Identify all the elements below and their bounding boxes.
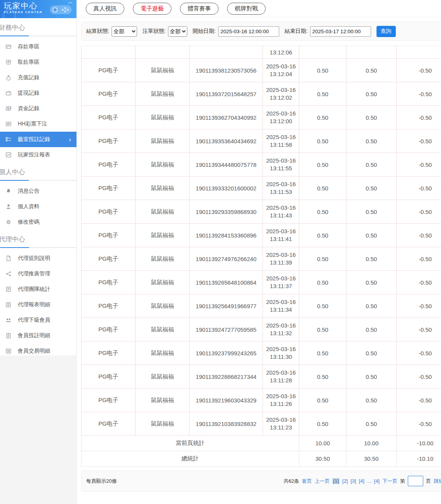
pagination-page[interactable]: [1] [332,478,339,484]
sidebar-footer-area [0,356,77,504]
provider-cell: PG电子 [81,153,136,176]
sidebar-item-withdraw[interactable]: 取款專區 [0,54,76,70]
sidebar-item-team-stats[interactable]: 代理團隊統計 [0,282,76,297]
sidebar-item-document[interactable]: 代理規則說明 [0,251,76,266]
tab-2[interactable]: 電子遊藝 [133,3,171,15]
sidebar-item-gear[interactable]: 修改密碼 [0,214,76,230]
pagination-page[interactable]: ... [367,478,371,484]
order-id-cell: 1901139210383928832 [190,412,263,436]
start-date-input[interactable] [218,26,279,37]
table-row: PG电子鼠鼠福福19011392196030433292025-03-1613:… [81,389,441,412]
valid-bet-cell: 0.50 [346,294,397,318]
valid-bet-cell: 0.50 [346,365,397,389]
bet-time-cell: 2025-03-1613:12:00 [263,106,299,129]
tab-1[interactable]: 真人視訊 [86,3,124,15]
sidebar-item-label: 代理報表明細 [18,301,50,308]
sidebar-item-deposit[interactable]: 存款專區 [0,39,76,54]
table-row-partial: 13:12:06 [81,46,441,59]
win-loss-cell: -0.50 [397,129,441,153]
game-name-cell: 鼠鼠福福 [136,412,190,436]
search-button[interactable]: 查詢 [377,26,396,37]
table-row: PG电子鼠鼠福福19011392379992432652025-03-1613:… [81,341,441,365]
member-bet-detail-icon [5,333,12,339]
sidebar-item-share[interactable]: 代理推廣管理 [0,266,76,282]
sidebar-item-report-detail[interactable]: 代理報表明細 [0,297,76,312]
sidebar-item-withdrawal-record[interactable]: 提現記錄 [0,85,76,101]
summary-bet-cell: 30.50 [299,451,346,467]
bet-amount-cell: 0.50 [299,389,346,412]
game-name-cell: 鼠鼠福福 [136,59,190,82]
sidebar-item-user[interactable]: 個人資料 [0,199,76,214]
sidebar-item-members[interactable]: 代理下級會員 [0,312,76,328]
tab-4[interactable]: 棋牌對戰 [227,3,266,15]
table-row: PG电子鼠鼠福福19011392564919669772025-03-1613:… [81,294,441,318]
gamepad-icon [49,1,74,16]
order-status-label: 注單狀態: [142,28,166,35]
pagination-first[interactable]: 首页 [302,478,312,485]
pagination-page[interactable]: [3] [351,478,356,484]
pagination-bar: 每頁顯示20條 共62条首页上一页[1][2][3][4]...[4]下一页第页… [81,470,441,492]
bet-amount-cell: 0.50 [299,59,346,82]
order-id-cell: 1901139228868217344 [190,365,263,389]
summary-win-loss-cell: -10.00 [397,436,441,451]
order-id-cell: 1901139362704340992 [190,106,263,129]
summary-label-cell: 總統計 [81,451,299,467]
gear-icon [5,219,12,225]
sidebar-item-label: 代理推廣管理 [18,270,50,277]
bet-time-cell: 2025-03-1613:11:30 [263,341,299,365]
game-name-cell: 鼠鼠福福 [136,247,190,271]
table-row: PG电子鼠鼠福福19011392103839288322025-03-1613:… [81,412,441,436]
bet-amount-cell: 0.50 [299,365,346,389]
jump-suffix-label: 页 [426,478,431,485]
section-underline [0,247,76,248]
sidebar-item-player-bet-report[interactable]: 玩家投注報表 [0,147,76,163]
valid-bet-cell: 0.50 [346,389,397,412]
table-row: PG电子鼠鼠福福19011392841533608962025-03-1613:… [81,224,441,247]
order-id-cell: 1901139284153360896 [190,224,263,247]
order-id-cell: 1901139353640434692 [190,129,263,153]
pagination-page[interactable]: [2] [342,478,348,484]
sidebar-item-bell[interactable]: 消息公告 [0,183,76,199]
order-status-select[interactable]: 全部 [168,26,187,37]
sidebar-item-label: 存款專區 [18,43,39,50]
sidebar-item-lottery-bet[interactable]: HH彩票下注 [0,116,76,132]
logo-banner: 玩家中心 PLAYERS CENTER [0,0,76,18]
bet-time-cell: 13:12:06 [263,46,299,59]
sidebar-item-label: 個人資料 [18,203,39,210]
pagination-page[interactable]: [4] [374,478,380,484]
tab-3[interactable]: 體育賽事 [180,3,219,15]
pagination-next[interactable]: 下一页 [382,478,397,485]
funds-record-icon [5,105,12,112]
win-loss-cell: -0.50 [397,247,441,271]
sidebar-item-room-bet-record[interactable]: 廳室投註記錄› [0,132,76,147]
pagination-jump[interactable]: 跳转 [434,478,441,485]
bet-time-cell: 2025-03-1613:12:02 [263,82,299,106]
section-title: 財務中心 [0,18,76,32]
sidebar-item-recharge-record[interactable]: 充值記錄 [0,70,76,85]
pagination-page[interactable]: [4] [359,478,364,484]
table-row: PG电子鼠鼠福福19011393536404346922025-03-1613:… [81,129,441,153]
game-name-cell: 鼠鼠福福 [136,341,190,365]
game-name-cell: 鼠鼠福福 [136,106,190,129]
bet-amount-cell: 0.50 [299,153,346,176]
deposit-icon [5,44,12,50]
sidebar-item-funds-record[interactable]: 資金記錄 [0,101,76,116]
sidebar-item-label: 會員交易明細 [18,348,50,355]
summary-row: 總統計30.5030.50-10.10 [81,451,441,467]
jump-page-input[interactable] [408,476,423,486]
pagination-prev[interactable]: 上一页 [315,478,330,485]
game-name-cell: 鼠鼠福福 [136,200,190,224]
win-loss-cell: -0.50 [397,341,441,365]
report-detail-icon [5,302,12,308]
settle-status-select[interactable]: 全部 [112,26,137,37]
sidebar-item-member-bet-detail[interactable]: 會員投註明細 [0,328,76,343]
bet-amount-cell: 0.50 [299,176,346,200]
valid-bet-cell: 0.50 [346,200,397,224]
bet-amount-cell: 0.50 [299,106,346,129]
table-cell [346,46,397,59]
provider-cell: PG电子 [81,59,136,82]
sidebar-item-label: 充值記錄 [18,74,39,81]
user-icon [5,204,12,210]
sidebar-item-label: 代理規則說明 [18,255,50,262]
end-date-input[interactable] [310,26,371,37]
